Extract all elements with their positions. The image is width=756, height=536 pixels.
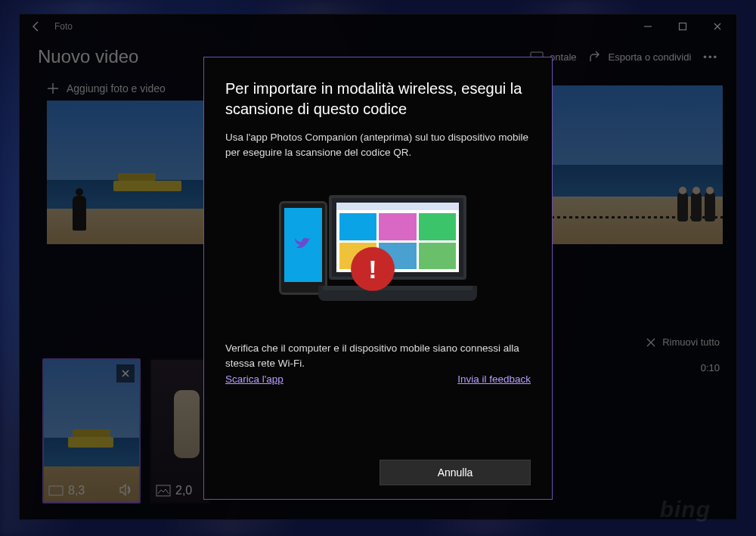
dialog-warning: Verifica che il computer e il dispositiv…	[225, 341, 531, 370]
send-feedback-link[interactable]: Invia il feedback	[457, 373, 531, 385]
download-app-link[interactable]: Scarica l'app	[225, 373, 284, 385]
laptop-icon	[318, 195, 477, 301]
import-wireless-dialog: Per importare in modalità wireless, eseg…	[203, 57, 553, 500]
dialog-title: Per importare in modalità wireless, eseg…	[225, 79, 531, 119]
cancel-label: Annulla	[438, 466, 473, 479]
cancel-button[interactable]: Annulla	[380, 460, 531, 485]
error-icon: !	[351, 247, 395, 291]
dialog-subtitle: Usa l'app Photos Companion (anteprima) s…	[225, 130, 531, 160]
app-window: Foto Nuovo video ontale Esporta o condiv…	[19, 14, 737, 520]
watermark: bing	[660, 497, 711, 522]
dialog-illustration: !	[225, 176, 531, 320]
